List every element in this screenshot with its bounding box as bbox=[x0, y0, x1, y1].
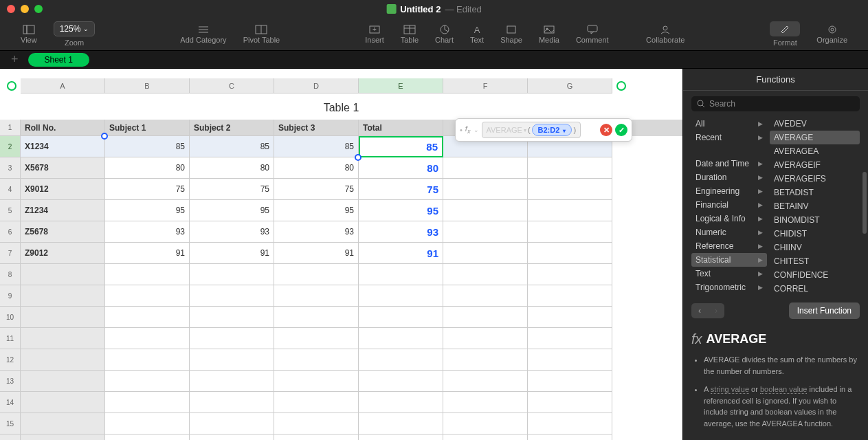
cell-D3[interactable]: 80 bbox=[274, 157, 359, 179]
pivot-table-button[interactable]: Pivot Table bbox=[235, 19, 289, 50]
cell-F7[interactable] bbox=[443, 243, 528, 264]
shape-button[interactable]: Shape bbox=[492, 19, 531, 50]
spreadsheet-area[interactable]: A B C D E F G Table 1 1 2 3 4 5 6 7 8 9 … bbox=[0, 69, 682, 440]
function-item[interactable]: CORREL bbox=[770, 282, 860, 296]
cell-A13[interactable] bbox=[21, 371, 105, 392]
cell-C5[interactable]: 95 bbox=[190, 200, 274, 221]
table-button[interactable]: Table bbox=[392, 19, 427, 50]
header-roll[interactable]: Roll No. bbox=[21, 120, 105, 136]
cell-E4[interactable]: 75 bbox=[359, 179, 443, 200]
zoom-control[interactable]: 125% ⌄ Zoom bbox=[45, 19, 104, 50]
cell-B7[interactable]: 91 bbox=[105, 243, 190, 264]
cell-A7[interactable]: Z9012 bbox=[21, 243, 105, 264]
formula-editor[interactable]: • fx ⌄ AVERAGE ▾ ( B2:D2 ▾ ) ✕ ✓ bbox=[455, 118, 632, 142]
header-s2[interactable]: Subject 2 bbox=[190, 120, 274, 136]
row-number-9[interactable]: 9 bbox=[0, 285, 21, 307]
function-item[interactable]: AVERAGEIF bbox=[770, 158, 860, 172]
column-header-A[interactable]: A bbox=[21, 78, 105, 93]
view-button[interactable]: View bbox=[12, 19, 45, 50]
cell-D4[interactable]: 75 bbox=[274, 179, 359, 200]
category-item[interactable]: Logical & Info▶ bbox=[691, 212, 767, 226]
media-button[interactable]: Media bbox=[531, 19, 568, 50]
column-header-F[interactable]: F bbox=[443, 78, 528, 93]
cell-F4[interactable] bbox=[443, 179, 528, 200]
minimize-window-button[interactable] bbox=[21, 5, 29, 13]
cell-E7[interactable]: 91 bbox=[359, 243, 443, 264]
category-item[interactable]: Statistical▶ bbox=[691, 253, 767, 267]
function-item[interactable]: AVERAGEA bbox=[770, 144, 860, 158]
cell-B6[interactable]: 93 bbox=[105, 221, 190, 243]
cell-A8[interactable] bbox=[21, 264, 105, 285]
cell-C2[interactable]: 85 bbox=[190, 136, 274, 157]
cell-G4[interactable] bbox=[528, 179, 612, 200]
cell-B2[interactable]: 85 bbox=[105, 136, 190, 157]
category-item[interactable]: Text▶ bbox=[691, 267, 767, 280]
column-header-D[interactable]: D bbox=[274, 78, 359, 93]
function-item[interactable]: CHIDIST bbox=[770, 227, 860, 241]
header-total[interactable]: Total bbox=[359, 120, 443, 136]
row-number-13[interactable]: 13 bbox=[0, 371, 21, 392]
function-item[interactable]: BINOMDIST bbox=[770, 213, 860, 227]
cell-D6[interactable]: 93 bbox=[274, 221, 359, 243]
row-number-3[interactable]: 3 bbox=[0, 157, 21, 179]
category-item[interactable] bbox=[691, 144, 767, 157]
header-s3[interactable]: Subject 3 bbox=[274, 120, 359, 136]
cell-B4[interactable]: 75 bbox=[105, 179, 190, 200]
cell-G7[interactable] bbox=[528, 243, 612, 264]
cell-A5[interactable]: Z1234 bbox=[21, 200, 105, 221]
row-number-6[interactable]: 6 bbox=[0, 221, 21, 243]
cell-A10[interactable] bbox=[21, 307, 105, 328]
category-item[interactable]: Trigonometric▶ bbox=[691, 280, 767, 294]
column-header-C[interactable]: C bbox=[190, 78, 274, 93]
column-header-G[interactable]: G bbox=[528, 78, 612, 93]
maximize-window-button[interactable] bbox=[34, 5, 43, 13]
cell-A6[interactable]: Z5678 bbox=[21, 221, 105, 243]
selection-handle-tl[interactable] bbox=[101, 133, 108, 140]
cell-E3[interactable]: 80 bbox=[359, 157, 443, 179]
search-input[interactable]: Search bbox=[691, 96, 860, 111]
format-button[interactable]: Format bbox=[761, 19, 808, 50]
organize-button[interactable]: Organize bbox=[808, 19, 856, 50]
cell-C7[interactable]: 91 bbox=[190, 243, 274, 264]
row-number-2[interactable]: 2 bbox=[0, 136, 21, 157]
category-item[interactable]: Reference▶ bbox=[691, 239, 767, 253]
accept-formula-button[interactable]: ✓ bbox=[615, 124, 627, 136]
function-token[interactable]: AVERAGE ▾ ( B2:D2 ▾ ) bbox=[482, 122, 581, 138]
chart-button[interactable]: Chart bbox=[427, 19, 462, 50]
cell-D7[interactable]: 91 bbox=[274, 243, 359, 264]
category-item[interactable]: Financial▶ bbox=[691, 198, 767, 212]
row-number-10[interactable]: 10 bbox=[0, 307, 21, 328]
table-resize-right-handle[interactable] bbox=[616, 81, 626, 91]
function-item[interactable]: AVERAGE bbox=[770, 131, 860, 144]
row-number-1[interactable]: 1 bbox=[0, 120, 21, 136]
cell-A14[interactable] bbox=[21, 392, 105, 413]
function-item[interactable]: CHITEST bbox=[770, 254, 860, 268]
range-token[interactable]: B2:D2 ▾ bbox=[532, 124, 572, 136]
cell-G5[interactable] bbox=[528, 200, 612, 221]
cell-A4[interactable]: X9012 bbox=[21, 179, 105, 200]
category-item[interactable]: Engineering▶ bbox=[691, 184, 767, 198]
row-number-14[interactable]: 14 bbox=[0, 392, 21, 413]
category-item[interactable]: All▶ bbox=[691, 117, 767, 131]
function-item[interactable]: BETAINV bbox=[770, 199, 860, 213]
cell-C3[interactable]: 80 bbox=[190, 157, 274, 179]
function-item[interactable]: BETADIST bbox=[770, 186, 860, 199]
cell-G6[interactable] bbox=[528, 221, 612, 243]
cell-E2-active[interactable]: 85 bbox=[359, 136, 443, 157]
table-title[interactable]: Table 1 bbox=[0, 94, 682, 120]
row-number-15[interactable]: 15 bbox=[0, 413, 21, 434]
cell-E6[interactable]: 93 bbox=[359, 221, 443, 243]
cell-D5[interactable]: 95 bbox=[274, 200, 359, 221]
sidebar-scrollbar[interactable] bbox=[863, 172, 867, 234]
cell-A15[interactable] bbox=[21, 413, 105, 434]
row-number-7[interactable]: 7 bbox=[0, 243, 21, 264]
function-item[interactable]: CHIINV bbox=[770, 241, 860, 254]
cell-E5[interactable]: 95 bbox=[359, 200, 443, 221]
selection-handle-br[interactable] bbox=[355, 154, 361, 161]
function-item[interactable]: CONFIDENCE bbox=[770, 268, 860, 282]
category-item[interactable]: Duration▶ bbox=[691, 170, 767, 184]
cell-F6[interactable] bbox=[443, 221, 528, 243]
cell-B5[interactable]: 95 bbox=[105, 200, 190, 221]
cell-B3[interactable]: 80 bbox=[105, 157, 190, 179]
header-s1[interactable]: Subject 1 bbox=[105, 120, 190, 136]
